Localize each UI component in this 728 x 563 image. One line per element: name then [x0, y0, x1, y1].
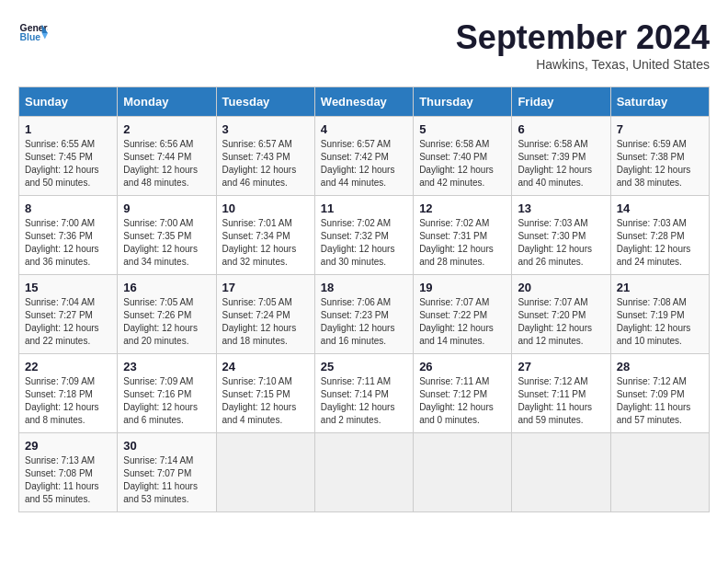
- day-info: Sunrise: 7:08 AMSunset: 7:19 PMDaylight:…: [617, 296, 703, 348]
- day-number: 11: [321, 201, 407, 215]
- day-info: Sunrise: 7:13 AMSunset: 7:08 PMDaylight:…: [25, 454, 111, 506]
- day-info: Sunrise: 7:01 AMSunset: 7:34 PMDaylight:…: [222, 217, 309, 269]
- day-info: Sunrise: 7:03 AMSunset: 7:28 PMDaylight:…: [617, 217, 703, 269]
- day-info: Sunrise: 7:11 AMSunset: 7:14 PMDaylight:…: [321, 375, 407, 427]
- day-info: Sunrise: 6:58 AMSunset: 7:40 PMDaylight:…: [419, 138, 506, 190]
- day-info: Sunrise: 6:59 AMSunset: 7:38 PMDaylight:…: [617, 138, 703, 190]
- day-number: 26: [419, 360, 506, 373]
- calendar-cell: 1Sunrise: 6:55 AMSunset: 7:45 PMDaylight…: [19, 117, 118, 196]
- calendar-cell: 12Sunrise: 7:02 AMSunset: 7:31 PMDayligh…: [414, 196, 512, 275]
- calendar-cell: 3Sunrise: 6:57 AMSunset: 7:43 PMDaylight…: [216, 117, 314, 196]
- week-row-5: 29Sunrise: 7:13 AMSunset: 7:08 PMDayligh…: [19, 433, 710, 512]
- calendar-cell: 27Sunrise: 7:12 AMSunset: 7:11 PMDayligh…: [512, 354, 610, 433]
- calendar-table: SundayMondayTuesdayWednesdayThursdayFrid…: [18, 86, 710, 512]
- day-number: 6: [518, 122, 604, 136]
- day-info: Sunrise: 6:55 AMSunset: 7:45 PMDaylight:…: [25, 138, 111, 190]
- day-number: 10: [222, 201, 309, 215]
- day-number: 9: [123, 201, 210, 215]
- week-row-3: 15Sunrise: 7:04 AMSunset: 7:27 PMDayligh…: [19, 275, 710, 354]
- day-number: 8: [25, 201, 111, 215]
- day-info: Sunrise: 7:14 AMSunset: 7:07 PMDaylight:…: [123, 454, 210, 506]
- calendar-cell: 14Sunrise: 7:03 AMSunset: 7:28 PMDayligh…: [610, 196, 709, 275]
- calendar-cell: 25Sunrise: 7:11 AMSunset: 7:14 PMDayligh…: [314, 354, 413, 433]
- calendar-cell: 17Sunrise: 7:05 AMSunset: 7:24 PMDayligh…: [216, 275, 314, 354]
- weekday-sunday: Sunday: [19, 87, 118, 117]
- day-number: 2: [123, 122, 210, 136]
- day-number: 27: [518, 360, 604, 373]
- day-number: 15: [25, 281, 111, 294]
- calendar-cell: 21Sunrise: 7:08 AMSunset: 7:19 PMDayligh…: [610, 275, 709, 354]
- day-number: 17: [222, 281, 309, 294]
- calendar-cell: 24Sunrise: 7:10 AMSunset: 7:15 PMDayligh…: [216, 354, 314, 433]
- svg-marker-3: [42, 33, 48, 39]
- week-row-4: 22Sunrise: 7:09 AMSunset: 7:18 PMDayligh…: [19, 354, 710, 433]
- calendar-body: 1Sunrise: 6:55 AMSunset: 7:45 PMDaylight…: [19, 117, 710, 512]
- day-info: Sunrise: 7:06 AMSunset: 7:23 PMDaylight:…: [321, 296, 407, 348]
- calendar-cell: 4Sunrise: 6:57 AMSunset: 7:42 PMDaylight…: [314, 117, 413, 196]
- calendar-cell: [512, 433, 610, 512]
- page-header: General Blue September 2024 Hawkins, Tex…: [18, 18, 710, 72]
- day-info: Sunrise: 7:10 AMSunset: 7:15 PMDaylight:…: [222, 375, 309, 427]
- day-number: 1: [25, 122, 111, 136]
- day-number: 13: [518, 201, 604, 215]
- calendar-cell: 30Sunrise: 7:14 AMSunset: 7:07 PMDayligh…: [118, 433, 216, 512]
- weekday-saturday: Saturday: [610, 87, 709, 117]
- day-number: 18: [321, 281, 407, 294]
- day-info: Sunrise: 7:04 AMSunset: 7:27 PMDaylight:…: [25, 296, 111, 348]
- day-number: 22: [25, 360, 111, 373]
- day-number: 7: [617, 122, 703, 136]
- day-info: Sunrise: 7:09 AMSunset: 7:16 PMDaylight:…: [123, 375, 210, 427]
- day-info: Sunrise: 7:05 AMSunset: 7:24 PMDaylight:…: [222, 296, 309, 348]
- calendar-cell: 9Sunrise: 7:00 AMSunset: 7:35 PMDaylight…: [118, 196, 216, 275]
- day-info: Sunrise: 7:09 AMSunset: 7:18 PMDaylight:…: [25, 375, 111, 427]
- weekday-thursday: Thursday: [414, 87, 512, 117]
- week-row-1: 1Sunrise: 6:55 AMSunset: 7:45 PMDaylight…: [19, 117, 710, 196]
- calendar-cell: 11Sunrise: 7:02 AMSunset: 7:32 PMDayligh…: [314, 196, 413, 275]
- calendar-cell: 5Sunrise: 6:58 AMSunset: 7:40 PMDaylight…: [414, 117, 512, 196]
- calendar-cell: 13Sunrise: 7:03 AMSunset: 7:30 PMDayligh…: [512, 196, 610, 275]
- day-number: 12: [419, 201, 506, 215]
- day-number: 5: [419, 122, 506, 136]
- svg-text:Blue: Blue: [20, 32, 41, 42]
- calendar-cell: 23Sunrise: 7:09 AMSunset: 7:16 PMDayligh…: [118, 354, 216, 433]
- day-info: Sunrise: 6:58 AMSunset: 7:39 PMDaylight:…: [518, 138, 604, 190]
- calendar-cell: [314, 433, 413, 512]
- calendar-cell: 22Sunrise: 7:09 AMSunset: 7:18 PMDayligh…: [19, 354, 118, 433]
- day-info: Sunrise: 7:11 AMSunset: 7:12 PMDaylight:…: [419, 375, 506, 427]
- logo: General Blue: [18, 18, 48, 48]
- weekday-wednesday: Wednesday: [314, 87, 413, 117]
- day-info: Sunrise: 7:07 AMSunset: 7:22 PMDaylight:…: [419, 296, 506, 348]
- calendar-cell: 8Sunrise: 7:00 AMSunset: 7:36 PMDaylight…: [19, 196, 118, 275]
- day-info: Sunrise: 7:05 AMSunset: 7:26 PMDaylight:…: [123, 296, 210, 348]
- location: Hawkins, Texas, United States: [456, 57, 710, 72]
- calendar-cell: 2Sunrise: 6:56 AMSunset: 7:44 PMDaylight…: [118, 117, 216, 196]
- day-number: 4: [321, 122, 407, 136]
- weekday-tuesday: Tuesday: [216, 87, 314, 117]
- day-info: Sunrise: 7:03 AMSunset: 7:30 PMDaylight:…: [518, 217, 604, 269]
- weekday-friday: Friday: [512, 87, 610, 117]
- calendar-cell: 20Sunrise: 7:07 AMSunset: 7:20 PMDayligh…: [512, 275, 610, 354]
- day-info: Sunrise: 6:56 AMSunset: 7:44 PMDaylight:…: [123, 138, 210, 190]
- day-info: Sunrise: 7:12 AMSunset: 7:11 PMDaylight:…: [518, 375, 604, 427]
- logo-icon: General Blue: [18, 18, 48, 48]
- calendar-cell: [414, 433, 512, 512]
- day-number: 20: [518, 281, 604, 294]
- day-info: Sunrise: 7:02 AMSunset: 7:32 PMDaylight:…: [321, 217, 407, 269]
- day-number: 28: [617, 360, 703, 373]
- day-info: Sunrise: 6:57 AMSunset: 7:43 PMDaylight:…: [222, 138, 309, 190]
- calendar-cell: [216, 433, 314, 512]
- weekday-monday: Monday: [118, 87, 216, 117]
- day-number: 23: [123, 360, 210, 373]
- day-info: Sunrise: 7:02 AMSunset: 7:31 PMDaylight:…: [419, 217, 506, 269]
- calendar-cell: 19Sunrise: 7:07 AMSunset: 7:22 PMDayligh…: [414, 275, 512, 354]
- day-number: 16: [123, 281, 210, 294]
- calendar-cell: 7Sunrise: 6:59 AMSunset: 7:38 PMDaylight…: [610, 117, 709, 196]
- day-info: Sunrise: 6:57 AMSunset: 7:42 PMDaylight:…: [321, 138, 407, 190]
- day-number: 30: [123, 439, 210, 453]
- day-number: 29: [25, 439, 111, 453]
- calendar-cell: 18Sunrise: 7:06 AMSunset: 7:23 PMDayligh…: [314, 275, 413, 354]
- day-number: 19: [419, 281, 506, 294]
- title-block: September 2024 Hawkins, Texas, United St…: [456, 18, 710, 72]
- calendar-cell: 6Sunrise: 6:58 AMSunset: 7:39 PMDaylight…: [512, 117, 610, 196]
- day-number: 3: [222, 122, 309, 136]
